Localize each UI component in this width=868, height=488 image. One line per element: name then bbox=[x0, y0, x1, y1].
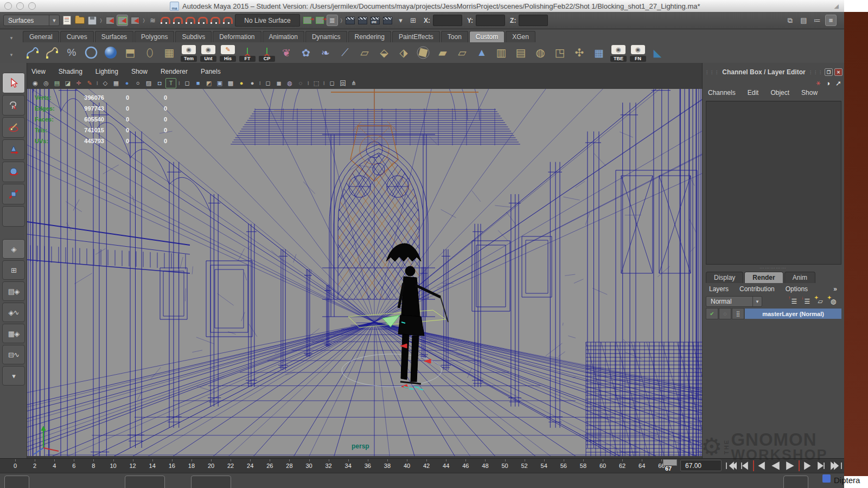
last-tool-slot[interactable] bbox=[2, 206, 25, 227]
create-layer-from-selected-button[interactable]: ◍✦ bbox=[827, 296, 839, 307]
step-back-frame-button[interactable] bbox=[739, 461, 751, 471]
gate-mask-icon[interactable]: ○ bbox=[133, 79, 143, 88]
panel-close-button[interactable]: ✕ bbox=[834, 68, 843, 76]
resolution-gate-icon[interactable]: ● bbox=[122, 79, 132, 88]
layer-tab-display[interactable]: Display bbox=[706, 272, 743, 283]
poly-cube-button[interactable]: ⬒ bbox=[122, 44, 139, 61]
toggle-channel-box-icon[interactable]: ▤ bbox=[798, 15, 809, 26]
cross-pivot-button[interactable]: ✣ bbox=[571, 44, 588, 61]
layer-menu-options[interactable]: Options bbox=[786, 285, 808, 293]
snap-to-grid-icon[interactable] bbox=[159, 15, 171, 26]
layout-shortcuts-menu[interactable]: ▾ bbox=[2, 366, 25, 386]
bookmarks-icon[interactable]: ▤ bbox=[52, 79, 62, 88]
go-to-start-button[interactable] bbox=[725, 461, 737, 471]
minimize-window-button[interactable] bbox=[16, 2, 24, 10]
wrap-sphere-button[interactable]: ◍ bbox=[532, 44, 549, 61]
timeline-tick-42[interactable]: 42 bbox=[423, 463, 430, 469]
timeline-tick-26[interactable]: 26 bbox=[266, 463, 273, 469]
timeline-tick-46[interactable]: 46 bbox=[462, 463, 469, 469]
shelf-tab-dynamics[interactable]: Dynamics bbox=[305, 31, 347, 42]
shelf-menu-arrows[interactable]: ▾▾ bbox=[0, 29, 23, 63]
plank-split-button[interactable]: ▥ bbox=[493, 44, 510, 61]
isolate-select-icon[interactable]: ◻ bbox=[263, 79, 273, 88]
shelf-tab-curves[interactable]: Curves bbox=[60, 31, 94, 42]
new-scene-icon[interactable] bbox=[61, 15, 73, 26]
lasso-tool[interactable] bbox=[2, 95, 25, 115]
layer-menu-contribution[interactable]: Contribution bbox=[739, 285, 775, 293]
single-pane-layout[interactable]: ◈ bbox=[2, 239, 25, 259]
toggle-untemplate-button[interactable]: ◉Unt bbox=[200, 44, 217, 61]
shelf-tab-polygons[interactable]: Polygons bbox=[135, 31, 174, 42]
shelf-tab-subdivs[interactable]: Subdivs bbox=[175, 31, 212, 42]
panel-menu-shading[interactable]: Shading bbox=[59, 68, 82, 75]
speed-toggle-icon[interactable]: ➚ bbox=[835, 79, 841, 87]
toggle-tool-settings-icon[interactable]: ≔ bbox=[812, 15, 823, 26]
timeline-tick-30[interactable]: 30 bbox=[305, 463, 312, 469]
move-tool[interactable] bbox=[2, 139, 25, 160]
z-coordinate-input[interactable] bbox=[519, 15, 548, 26]
contrast-toggle-icon[interactable]: ◑ bbox=[826, 79, 830, 87]
shaded-display-icon[interactable]: ■ bbox=[193, 79, 203, 88]
shelf-tab-animation[interactable]: Animation bbox=[263, 31, 304, 42]
shelf-tab-general[interactable]: General bbox=[23, 31, 59, 42]
shelf-tab-custom[interactable]: Custom bbox=[469, 31, 505, 42]
snap-to-curve-icon[interactable] bbox=[172, 15, 183, 26]
shelf-tab-painteffects[interactable]: PaintEffects bbox=[392, 31, 440, 42]
current-time-field[interactable]: 67.00 bbox=[680, 460, 722, 471]
channel-list-area[interactable] bbox=[706, 101, 841, 265]
quad-patch-button[interactable]: ▱ bbox=[356, 44, 373, 61]
toggle-fn-button[interactable]: ◉FN bbox=[629, 44, 647, 61]
render-current-frame-icon[interactable] bbox=[357, 15, 368, 26]
timeline-tick-32[interactable]: 32 bbox=[325, 463, 331, 469]
select-component-icon[interactable] bbox=[129, 15, 141, 26]
timeline-tick-16[interactable]: 16 bbox=[169, 463, 175, 469]
poly-chamfer-button[interactable]: ⬙ bbox=[375, 44, 393, 61]
nurbs-sphere-button[interactable] bbox=[102, 44, 119, 61]
layer-tab-anim[interactable]: Anim bbox=[784, 272, 815, 283]
plugin-shelf-icon[interactable]: ⋔ bbox=[349, 79, 359, 88]
construction-history-icon[interactable]: ≣ bbox=[327, 15, 338, 26]
make-live-icon[interactable] bbox=[222, 15, 233, 26]
cone-deform-button[interactable]: ▲ bbox=[473, 44, 490, 61]
anim-prefs-button[interactable] bbox=[783, 476, 808, 488]
snap-to-projected-center-icon[interactable] bbox=[197, 15, 208, 26]
timeline-tick-58[interactable]: 58 bbox=[580, 463, 586, 469]
shelf-tab-rendering[interactable]: Rendering bbox=[348, 31, 391, 42]
textured-display-icon[interactable]: ◩ bbox=[204, 79, 214, 88]
save-scene-icon[interactable] bbox=[86, 15, 98, 26]
show-grid-pin-icon[interactable]: ⧉ bbox=[784, 15, 796, 26]
timeline-tick-22[interactable]: 22 bbox=[227, 463, 234, 469]
input-connections-icon[interactable] bbox=[302, 15, 313, 26]
perspective-view[interactable]: Verts:39607600Edges:99774300Faces:605540… bbox=[27, 89, 702, 456]
live-surface-field[interactable]: No Live Surface bbox=[235, 14, 300, 27]
timeline-tick-36[interactable]: 36 bbox=[365, 463, 371, 469]
shelf-tab-toon[interactable]: Toon bbox=[441, 31, 468, 42]
safe-title-icon[interactable]: T bbox=[165, 78, 176, 88]
timeline-tick-20[interactable]: 20 bbox=[208, 463, 214, 469]
layer-renderable-toggle[interactable]: ✔ bbox=[706, 308, 718, 319]
textured-checker-icon[interactable]: ▩ bbox=[226, 79, 235, 88]
cv-curve-tool-button[interactable] bbox=[24, 44, 41, 61]
timeline-tick-28[interactable]: 28 bbox=[286, 463, 292, 469]
timeline-tick-12[interactable]: 12 bbox=[129, 463, 136, 469]
layer-ghost-toggle[interactable]: ◌ bbox=[719, 308, 731, 319]
timeline-tick-0[interactable]: 0 bbox=[14, 463, 17, 469]
flatten-faces-button[interactable]: ▰ bbox=[434, 44, 451, 61]
range-slider-row[interactable] bbox=[0, 473, 844, 488]
persp-trackeditor-layout[interactable]: ⊟∿ bbox=[2, 345, 25, 364]
patch-select-button[interactable]: ◳ bbox=[551, 44, 569, 61]
timeline-tick-62[interactable]: 62 bbox=[619, 463, 626, 469]
timeline-tick-50[interactable]: 50 bbox=[501, 463, 508, 469]
safe-action-icon[interactable]: ◘ bbox=[155, 79, 164, 88]
blend-mode-dropdown[interactable]: Normal ▼ bbox=[706, 296, 762, 307]
create-empty-layer-button[interactable]: ▱✦ bbox=[814, 296, 826, 307]
scale-tool[interactable] bbox=[2, 184, 25, 204]
swirl-brush-2-button[interactable]: ❧ bbox=[317, 44, 334, 61]
range-start-field[interactable] bbox=[125, 476, 165, 488]
panel-menu-panels[interactable]: Panels bbox=[201, 68, 221, 75]
timeline-tick-14[interactable]: 14 bbox=[149, 463, 156, 469]
timeline-tick-60[interactable]: 60 bbox=[599, 463, 606, 469]
shelf-switch-arrow[interactable]: ▾ bbox=[10, 35, 13, 41]
shelf-tab-deformation[interactable]: Deformation bbox=[213, 31, 261, 42]
channel-box-menu-channels[interactable]: Channels bbox=[708, 89, 736, 99]
